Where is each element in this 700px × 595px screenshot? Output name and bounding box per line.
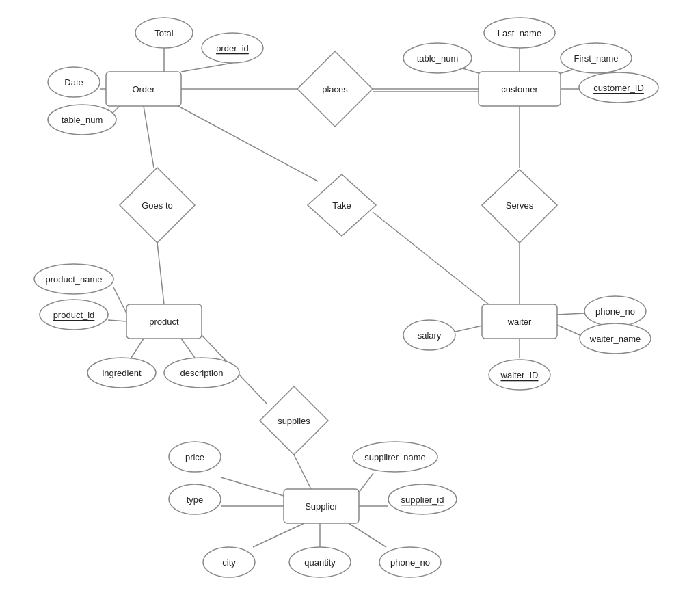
attr-orderid-label: order_id <box>216 43 249 53</box>
entity-waiter-label: waiter <box>507 317 532 327</box>
line-sup-supname <box>359 473 373 492</box>
line-waiter-wname <box>557 325 580 335</box>
line-order-take <box>174 104 318 181</box>
rel-places-label: places <box>322 84 348 94</box>
attr-date-label: Date <box>64 77 83 88</box>
attr-tablenum-order-label: table_num <box>62 115 103 125</box>
attr-lastname-label: Last_name <box>498 28 541 38</box>
line-sup-phone <box>349 523 386 547</box>
line-sup-price <box>221 477 284 496</box>
rel-serves-label: Serves <box>506 200 534 211</box>
line-order-orderid <box>181 63 232 72</box>
attr-quantity-label: quantity <box>304 557 336 568</box>
attr-total-label: Total <box>154 28 174 38</box>
line-order-goesto <box>144 106 154 168</box>
attr-productname-label: product_name <box>45 274 102 285</box>
line-goesto-product <box>157 243 164 304</box>
line-sup-city <box>253 523 304 547</box>
attr-ingredient-label: ingredient <box>102 368 141 378</box>
rel-supplies-label: supplies <box>278 416 310 426</box>
attr-firstname-label: First_name <box>574 53 618 64</box>
line-product-pname <box>113 287 126 313</box>
attr-tablenum-cust-label: table_num <box>417 53 459 64</box>
line-product-description <box>181 339 195 358</box>
line-product-pid <box>108 320 126 321</box>
attr-phone-supplier-label: phone_no <box>390 557 430 568</box>
attr-customerid-label: customer_ID <box>593 83 644 93</box>
line-take-waiter <box>373 212 489 304</box>
attr-price-label: price <box>185 452 204 462</box>
rel-goesto-label: Goes to <box>142 200 173 211</box>
er-diagram: Total order_id Date table_num Last_name … <box>0 0 700 595</box>
entity-supplier-label: Supplier <box>305 501 338 512</box>
attr-supplierid-label: supplier_id <box>401 494 444 505</box>
line-product-ingredient <box>131 339 144 358</box>
line-supplies-supplier <box>294 455 311 489</box>
attr-waiterid-label: waiter_ID <box>500 370 539 380</box>
attr-phone-waiter-label: phone_no <box>595 306 635 317</box>
entity-customer-label: customer <box>501 84 538 94</box>
attr-salary-label: salary <box>418 330 442 341</box>
entity-order-label: Order <box>132 84 155 94</box>
rel-take-label: Take <box>332 200 351 211</box>
attr-type-label: type <box>187 494 204 505</box>
entity-product-label: product <box>149 317 179 327</box>
attr-productid-label: product_id <box>53 310 95 320</box>
attr-city-label: city <box>222 557 236 568</box>
attr-supliername-label: supplirer_name <box>364 452 426 462</box>
line-waiter-phone <box>557 313 584 315</box>
attr-description-label: description <box>180 368 224 378</box>
line-waiter-salary <box>455 325 485 332</box>
attr-waitername-label: waiter_name <box>589 334 641 344</box>
